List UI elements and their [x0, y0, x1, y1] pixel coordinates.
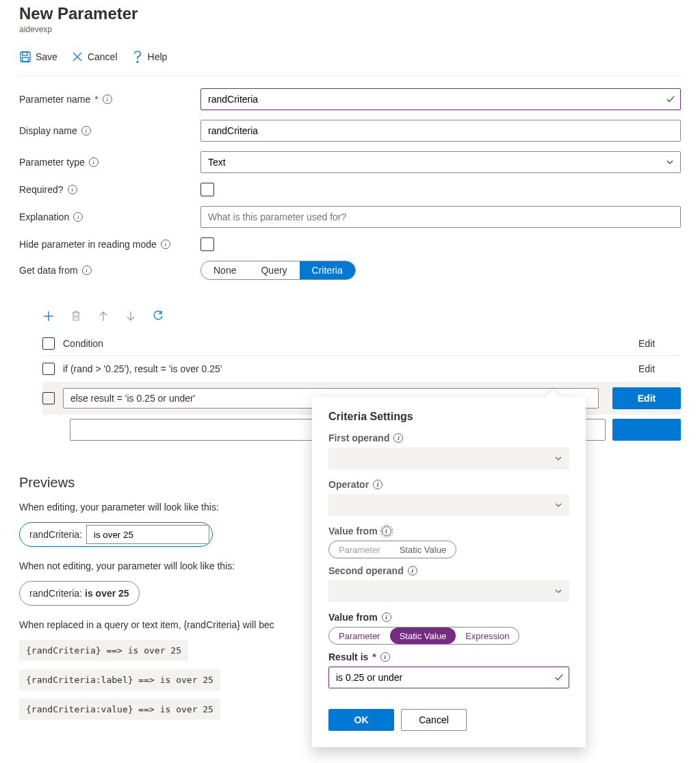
pill-query[interactable]: Query — [248, 261, 299, 279]
pill-parameter[interactable]: Parameter — [329, 628, 390, 644]
criteria-tools — [19, 289, 681, 332]
param-name-input[interactable] — [200, 88, 681, 110]
row-checkbox[interactable] — [42, 392, 55, 404]
popover-title: Criteria Settings — [328, 411, 569, 423]
param-type-label: Parameter type i — [19, 157, 200, 168]
preview-pill-input[interactable] — [86, 525, 209, 544]
page-title: New Parameter — [19, 4, 681, 23]
cancel-button[interactable]: Cancel — [71, 51, 118, 63]
condition-text: if (rand > '0.25'), result = 'is over 0.… — [63, 363, 612, 374]
ok-button[interactable]: OK — [328, 709, 394, 731]
value-from-pills-2: Parameter Static Value Expression — [328, 627, 519, 645]
info-icon[interactable]: i — [382, 526, 391, 536]
code-block: {randCriteria:value} ==> is over 25 — [19, 699, 220, 720]
explanation-input[interactable] — [200, 206, 681, 228]
value-from-pills-1: Parameter Static Value — [328, 541, 456, 558]
preview-pill-label: randCriteria: — [29, 588, 82, 599]
delete-icon[interactable] — [70, 310, 82, 322]
operator-select[interactable] — [328, 494, 569, 516]
arrow-down-icon[interactable] — [125, 310, 137, 322]
value-from-label-2: Value from i — [328, 612, 569, 623]
cancel-button[interactable]: Cancel — [401, 709, 467, 731]
pill-static-value[interactable]: Static Value — [390, 628, 456, 644]
help-icon — [131, 51, 144, 63]
preview-pill-value: is over 25 — [85, 588, 129, 599]
svg-rect-2 — [23, 57, 29, 62]
second-operand-label: Second operand i — [328, 565, 569, 576]
hide-label: Hide parameter in reading mode i — [19, 239, 200, 250]
edit-link[interactable]: Edit — [612, 363, 681, 374]
check-icon — [554, 673, 564, 682]
pill-static-value[interactable]: Static Value — [390, 541, 456, 558]
first-operand-select[interactable] — [328, 448, 569, 469]
save-label: Save — [36, 51, 57, 62]
value-from-label-1: Value from i — [328, 526, 569, 536]
required-label: Required? i — [19, 184, 200, 195]
save-icon — [19, 51, 31, 63]
page-header: New Parameter aidevexp — [19, 0, 681, 42]
preview-editing-pill: randCriteria: — [19, 522, 213, 547]
second-operand-select[interactable] — [328, 580, 569, 602]
help-button[interactable]: Help — [131, 51, 168, 63]
info-icon[interactable]: i — [73, 212, 83, 222]
pill-expression[interactable]: Expression — [456, 628, 519, 644]
select-all-checkbox[interactable] — [42, 337, 55, 350]
toolbar: Save Cancel Help — [19, 42, 681, 76]
refresh-icon[interactable] — [152, 310, 164, 322]
info-icon[interactable]: i — [373, 480, 383, 489]
info-icon[interactable]: i — [103, 94, 112, 104]
check-icon — [666, 94, 675, 104]
info-icon[interactable]: i — [382, 612, 391, 622]
display-name-label: Display name i — [19, 125, 200, 136]
arrow-up-icon[interactable] — [97, 310, 109, 322]
info-icon[interactable]: i — [408, 566, 417, 576]
code-block: {randCriteria:label} ==> is over 25 — [19, 669, 220, 690]
pill-criteria[interactable]: Criteria — [300, 261, 355, 279]
get-data-label: Get data from i — [19, 265, 200, 276]
info-icon[interactable]: i — [68, 185, 77, 194]
cancel-icon — [71, 51, 83, 63]
code-block: {randCriteria} ==> is over 25 — [19, 640, 188, 661]
info-icon[interactable]: i — [161, 240, 170, 249]
info-icon[interactable]: i — [380, 652, 390, 662]
info-icon[interactable]: i — [89, 157, 99, 167]
first-operand-label: First operand i — [328, 432, 569, 443]
extra-button[interactable] — [612, 419, 681, 441]
chevron-down-icon — [554, 454, 562, 463]
svg-point-5 — [137, 61, 138, 62]
display-name-input[interactable] — [200, 120, 681, 142]
info-icon[interactable]: i — [393, 433, 403, 443]
result-is-label: Result is* i — [328, 651, 569, 662]
cancel-label: Cancel — [88, 51, 118, 62]
row-checkbox[interactable] — [42, 363, 55, 375]
save-button[interactable]: Save — [19, 51, 57, 63]
hide-checkbox[interactable] — [200, 237, 214, 251]
info-icon[interactable]: i — [81, 126, 91, 135]
result-input[interactable] — [328, 667, 569, 688]
operator-label: Operator i — [328, 479, 569, 490]
preview-pill-label: randCriteria: — [29, 529, 82, 540]
required-checkbox[interactable] — [200, 183, 214, 196]
svg-rect-1 — [23, 52, 27, 55]
chevron-down-icon — [554, 587, 562, 595]
explanation-label: Explanation i — [19, 211, 200, 222]
info-icon[interactable]: i — [82, 266, 92, 275]
table-header: Condition Edit — [42, 332, 681, 356]
add-icon[interactable] — [42, 310, 55, 322]
popover-buttons: OK Cancel — [328, 709, 569, 731]
condition-header: Condition — [63, 338, 612, 349]
param-type-select[interactable] — [200, 151, 681, 173]
form: Parameter name* i Display name i — [19, 76, 681, 280]
pill-parameter[interactable]: Parameter — [329, 541, 390, 558]
edit-button[interactable]: Edit — [612, 387, 681, 409]
get-data-pills: None Query Criteria — [200, 261, 356, 280]
param-name-label: Parameter name* i — [19, 94, 200, 105]
chevron-down-icon — [554, 501, 562, 509]
page-subtitle: aidevexp — [19, 25, 681, 34]
help-label: Help — [148, 51, 168, 62]
criteria-settings-popover: Criteria Settings First operand i Operat… — [312, 397, 586, 747]
pill-none[interactable]: None — [201, 261, 248, 279]
preview-readonly-pill: randCriteria: is over 25 — [19, 581, 140, 606]
edit-header: Edit — [612, 338, 681, 349]
table-row: if (rand > '0.25'), result = 'is over 0.… — [42, 356, 681, 382]
